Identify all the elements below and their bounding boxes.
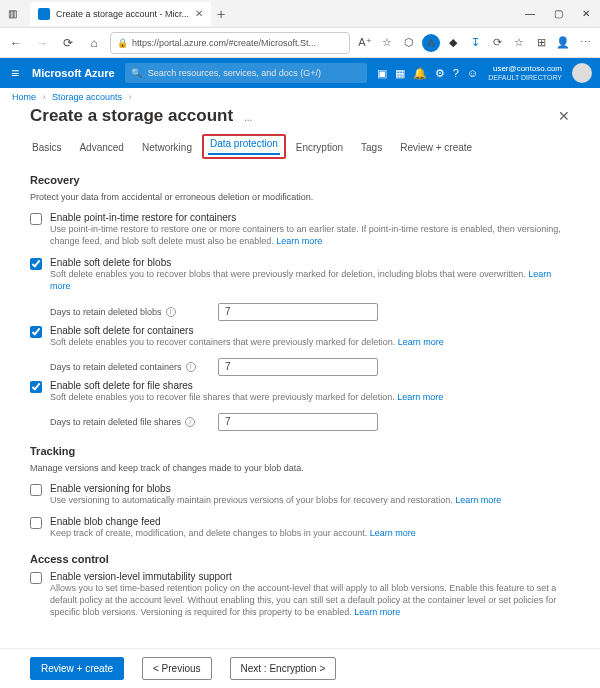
page-title: Create a storage account (30, 106, 233, 125)
home-button[interactable]: ⌂ (84, 33, 104, 53)
feedback-icon[interactable]: ☺ (467, 67, 478, 80)
downloads-icon[interactable]: ↧ (466, 34, 484, 52)
new-tab-button[interactable]: + (217, 6, 225, 22)
breadcrumb-storage[interactable]: Storage accounts (52, 92, 122, 102)
forward-button[interactable]: → (32, 33, 52, 53)
tabs-icon[interactable]: ▥ (0, 8, 24, 19)
blob-sd-desc: Soft delete enables you to recover blobs… (50, 268, 570, 292)
shopping-icon[interactable]: ⬡ (400, 34, 418, 52)
file-sd-learn-more[interactable]: Learn more (397, 392, 443, 402)
immutability-learn-more[interactable]: Learn more (354, 607, 400, 617)
pitr-label: Enable point-in-time restore for contain… (50, 212, 570, 223)
tab-basics[interactable]: Basics (30, 138, 63, 159)
tab-review-create[interactable]: Review + create (398, 138, 474, 159)
star-icon[interactable]: ☆ (378, 34, 396, 52)
cloud-shell-icon[interactable]: ▣ (377, 67, 387, 80)
tracking-heading: Tracking (30, 445, 570, 457)
user-directory: DEFAULT DIRECTORY (488, 74, 562, 82)
immutability-label: Enable version-level immutability suppor… (50, 571, 570, 582)
blob-days-label: Days to retain deleted blobs i (50, 307, 210, 317)
user-email: user@contoso.com (488, 65, 562, 74)
collections-icon[interactable]: ⊞ (532, 34, 550, 52)
file-sd-label: Enable soft delete for file shares (50, 380, 570, 391)
cont-sd-learn-more[interactable]: Learn more (398, 337, 444, 347)
blob-sd-label: Enable soft delete for blobs (50, 257, 570, 268)
blob-days-input[interactable] (218, 303, 378, 321)
recovery-heading: Recovery (30, 174, 570, 186)
browser-toolbar: ← → ⟳ ⌂ 🔒 https://portal.azure.com/#crea… (0, 28, 600, 58)
versioning-checkbox[interactable] (30, 484, 42, 496)
changefeed-desc: Keep track of create, modification, and … (50, 527, 570, 539)
tab-encryption[interactable]: Encryption (294, 138, 345, 159)
recovery-desc: Protect your data from accidental or err… (30, 192, 570, 202)
file-days-label: Days to retain deleted file shares i (50, 417, 210, 427)
changefeed-learn-more[interactable]: Learn more (370, 528, 416, 538)
cont-sd-desc: Soft delete enables you to recover conta… (50, 336, 570, 348)
search-icon: 🔍 (131, 68, 142, 78)
info-icon[interactable]: i (185, 417, 195, 427)
profile-icon[interactable]: 👤 (554, 34, 572, 52)
azure-favicon (38, 8, 50, 20)
tab-networking[interactable]: Networking (140, 138, 194, 159)
azure-header: ≡ Microsoft Azure 🔍 Search resources, se… (0, 58, 600, 88)
azure-brand[interactable]: Microsoft Azure (32, 67, 115, 79)
window-close-button[interactable]: ✕ (572, 0, 600, 28)
access-heading: Access control (30, 553, 570, 565)
blob-softdelete-checkbox[interactable] (30, 258, 42, 270)
tab-highlight-annotation: Data protection (202, 134, 286, 159)
more-icon[interactable]: ... (244, 112, 252, 123)
changefeed-checkbox[interactable] (30, 517, 42, 529)
tab-data-protection[interactable]: Data protection (208, 134, 280, 155)
immutability-checkbox[interactable] (30, 572, 42, 584)
help-icon[interactable]: ? (453, 67, 459, 80)
cont-days-input[interactable] (218, 358, 378, 376)
extension-icon[interactable]: ◆ (444, 34, 462, 52)
close-tab-icon[interactable]: ✕ (195, 8, 203, 19)
breadcrumb: Home › Storage accounts › (0, 88, 600, 106)
window-maximize-button[interactable]: ▢ (544, 0, 572, 28)
menu-icon[interactable]: ⋯ (576, 34, 594, 52)
user-avatar[interactable] (572, 63, 592, 83)
container-softdelete-checkbox[interactable] (30, 326, 42, 338)
file-days-input[interactable] (218, 413, 378, 431)
read-aloud-icon[interactable]: A⁺ (356, 34, 374, 52)
directory-icon[interactable]: ▦ (395, 67, 405, 80)
tab-advanced[interactable]: Advanced (77, 138, 125, 159)
info-icon[interactable]: i (166, 307, 176, 317)
notifications-icon[interactable]: 🔔 (413, 67, 427, 80)
refresh-button[interactable]: ⟳ (58, 33, 78, 53)
browser-titlebar: ▥ Create a storage account - Micr... ✕ +… (0, 0, 600, 28)
back-button[interactable]: ← (6, 33, 26, 53)
pitr-checkbox[interactable] (30, 213, 42, 225)
fileshare-softdelete-checkbox[interactable] (30, 381, 42, 393)
settings-gear-icon[interactable]: ⚙ (435, 67, 445, 80)
info-icon[interactable]: i (186, 362, 196, 372)
tab-title: Create a storage account - Micr... (56, 9, 189, 19)
browser-tab[interactable]: Create a storage account - Micr... ✕ (30, 2, 211, 26)
chevron-right-icon: › (43, 92, 46, 102)
versioning-desc: Use versioning to automatically maintain… (50, 494, 570, 506)
lock-icon: 🔒 (117, 38, 128, 48)
window-minimize-button[interactable]: — (516, 0, 544, 28)
sync-icon[interactable]: ⟳ (488, 34, 506, 52)
close-blade-icon[interactable]: ✕ (558, 108, 570, 124)
versioning-learn-more[interactable]: Learn more (455, 495, 501, 505)
azure-user-info[interactable]: user@contoso.com DEFAULT DIRECTORY (488, 65, 562, 81)
tracking-desc: Manage versions and keep track of change… (30, 463, 570, 473)
address-bar[interactable]: 🔒 https://portal.azure.com/#create/Micro… (110, 32, 350, 54)
breadcrumb-home[interactable]: Home (12, 92, 36, 102)
next-button[interactable]: Next : Encryption > (230, 657, 337, 680)
favorites-icon[interactable]: ☆ (510, 34, 528, 52)
pitr-desc: Use point-in-time restore to restore one… (50, 223, 570, 247)
azure-search[interactable]: 🔍 Search resources, services, and docs (… (125, 63, 367, 83)
immutability-desc: Allows you to set time-based retention p… (50, 582, 570, 618)
tab-tags[interactable]: Tags (359, 138, 384, 159)
review-create-button[interactable]: Review + create (30, 657, 124, 680)
hamburger-icon[interactable]: ≡ (8, 65, 22, 81)
wizard-tabs: Basics Advanced Networking Data protecti… (30, 138, 570, 160)
previous-button[interactable]: < Previous (142, 657, 212, 680)
profile-badge-icon[interactable]: A (422, 34, 440, 52)
pitr-learn-more[interactable]: Learn more (276, 236, 322, 246)
search-placeholder: Search resources, services, and docs (G+… (148, 68, 321, 78)
file-sd-desc: Soft delete enables you to recover file … (50, 391, 570, 403)
